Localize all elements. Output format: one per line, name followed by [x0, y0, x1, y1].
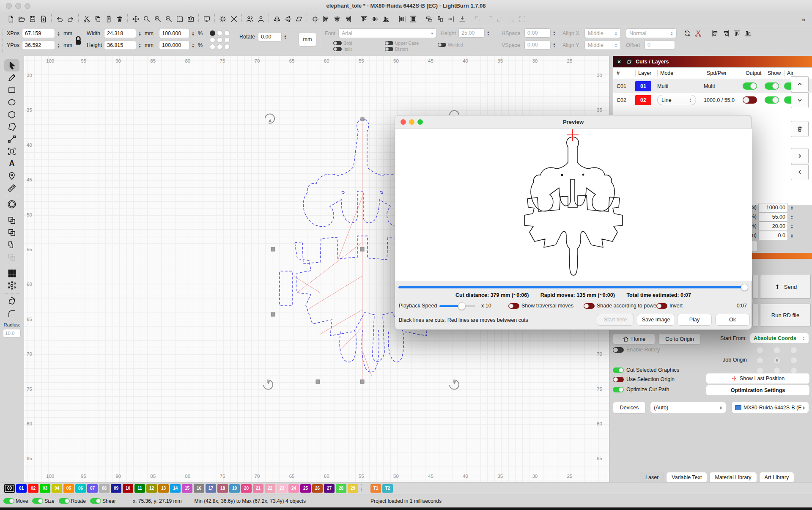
- device-tools-icon[interactable]: [228, 14, 239, 24]
- palette-swatch-19[interactable]: 19: [229, 484, 240, 493]
- rotate-stepper[interactable]: ▲▼: [282, 32, 288, 42]
- rotate-toggle[interactable]: Rotate: [59, 498, 86, 504]
- palette-swatch-07[interactable]: 07: [87, 484, 98, 493]
- align-bottom-icon[interactable]: [381, 14, 391, 24]
- send-button[interactable]: Send: [760, 275, 811, 299]
- preview-progress-bar[interactable]: [398, 286, 746, 288]
- zoom-in-icon[interactable]: [152, 14, 163, 24]
- bool-subtract-tool[interactable]: [4, 226, 19, 239]
- show-last-position-button[interactable]: Show Last Position: [706, 373, 810, 384]
- cut-setting-input[interactable]: 20.00: [758, 222, 788, 231]
- toolbar-overflow-icon[interactable]: »: [802, 16, 809, 23]
- trim-icon[interactable]: [693, 28, 703, 38]
- push-v-icon[interactable]: [457, 14, 467, 24]
- layer-color-chip[interactable]: 02: [635, 95, 651, 105]
- layer-mode-select[interactable]: Line▲▼: [657, 95, 696, 105]
- palette-swatch-01[interactable]: 01: [16, 484, 27, 493]
- copy-icon[interactable]: [92, 14, 103, 24]
- ok-button[interactable]: Ok: [715, 314, 750, 326]
- palette-swatch-11[interactable]: 11: [134, 484, 145, 493]
- new-file-icon[interactable]: [5, 14, 16, 24]
- swap-v-icon[interactable]: [435, 14, 445, 24]
- cut-setting-input[interactable]: 1000.00: [758, 203, 788, 212]
- width-stepper[interactable]: ▲▼: [137, 29, 143, 38]
- edit-frame-tool[interactable]: [4, 145, 19, 157]
- cut-setting-input[interactable]: 55.00: [758, 212, 788, 222]
- dock-tab-laser[interactable]: Laser: [640, 472, 664, 483]
- cut-selected-toggle[interactable]: Cut Selected Graphics: [613, 367, 679, 373]
- pos-top-left-icon[interactable]: [473, 14, 483, 24]
- layer-color-chip[interactable]: 01: [635, 81, 651, 91]
- preview-toggle[interactable]: Invert: [656, 303, 683, 309]
- height-stepper[interactable]: ▲▼: [137, 41, 143, 50]
- palette-swatch-T2[interactable]: T2: [382, 484, 393, 493]
- redo-icon[interactable]: [65, 14, 76, 24]
- dialog-zoom-icon[interactable]: [417, 119, 423, 125]
- palette-swatch-13[interactable]: 13: [158, 484, 169, 493]
- camera-icon[interactable]: [185, 14, 196, 24]
- palette-swatch-23[interactable]: 23: [277, 484, 287, 493]
- open-file-icon[interactable]: [16, 14, 27, 24]
- rotate-input[interactable]: 0.00: [258, 32, 282, 41]
- layer-down-button[interactable]: [791, 92, 809, 108]
- width-percent-stepper[interactable]: ▲▼: [190, 29, 196, 38]
- undo-icon[interactable]: [54, 14, 65, 24]
- zoom-icon[interactable]: [141, 14, 152, 24]
- palette-swatch-14[interactable]: 14: [170, 484, 181, 493]
- alignx-select[interactable]: Middle▲▼: [584, 28, 621, 38]
- offset-input[interactable]: 0: [645, 40, 675, 49]
- shear-icon[interactable]: [294, 14, 304, 24]
- xpos-input[interactable]: 67.159: [22, 29, 55, 38]
- cut-setting-stepper[interactable]: ▲▼: [789, 231, 795, 241]
- focus-center-icon[interactable]: [310, 14, 320, 24]
- align-top-icon[interactable]: [359, 14, 369, 24]
- lock-aspect-icon[interactable]: [74, 36, 83, 48]
- cut-setting-stepper[interactable]: ▲▼: [789, 212, 795, 222]
- cut-setting-stepper[interactable]: ▲▼: [789, 203, 795, 213]
- zoom-out-icon[interactable]: [163, 14, 174, 24]
- size-toggle[interactable]: Size: [32, 498, 54, 504]
- optimize-cut-path-toggle[interactable]: Optimize Cut Path: [613, 387, 669, 392]
- align-top-icon[interactable]: [732, 28, 742, 38]
- port-select[interactable]: (Auto)▲▼: [650, 402, 726, 413]
- palette-swatch-18[interactable]: 18: [217, 484, 228, 493]
- offset-shapes-tool[interactable]: [4, 198, 19, 210]
- palette-swatch-04[interactable]: 04: [52, 484, 62, 493]
- distort-toggle[interactable]: Distort: [385, 47, 408, 52]
- italic-toggle[interactable]: Italic: [333, 47, 353, 52]
- float-panel-icon[interactable]: [625, 58, 633, 65]
- anchor-grid[interactable]: [210, 30, 230, 49]
- text-style-select[interactable]: Normal▲▼: [626, 28, 677, 38]
- pos-bottom-left-icon[interactable]: [495, 14, 505, 24]
- preview-toggle[interactable]: Shade according to power: [584, 303, 658, 309]
- ypos-input[interactable]: 36.592: [22, 41, 55, 50]
- units-button[interactable]: mm: [299, 32, 316, 47]
- panel-next-button[interactable]: [791, 148, 809, 164]
- push-h-icon[interactable]: [446, 14, 456, 24]
- palette-swatch-15[interactable]: 15: [182, 484, 192, 493]
- align-bottom-icon[interactable]: [743, 28, 753, 38]
- swap-h-icon[interactable]: [424, 14, 434, 24]
- palette-swatch-28[interactable]: 28: [336, 484, 346, 493]
- align-left-icon[interactable]: [321, 14, 331, 24]
- playback-speed-slider[interactable]: [439, 305, 475, 307]
- bool-intersect-tool[interactable]: [4, 251, 19, 263]
- palette-swatch-10[interactable]: 10: [123, 484, 133, 493]
- welded-toggle[interactable]: Welded: [438, 42, 463, 47]
- bool-difference-tool[interactable]: [4, 239, 19, 251]
- circular-array-tool[interactable]: [4, 279, 19, 291]
- save-file-icon[interactable]: [27, 14, 38, 24]
- polygon-tool[interactable]: [4, 108, 19, 121]
- radius-input[interactable]: 10.0: [3, 329, 21, 337]
- align-center-h-icon[interactable]: [332, 14, 342, 24]
- pos-center-icon[interactable]: [517, 14, 527, 24]
- layer-output-toggle[interactable]: [743, 82, 757, 90]
- palette-swatch-21[interactable]: 21: [253, 484, 263, 493]
- palette-swatch-27[interactable]: 27: [324, 484, 335, 493]
- height-percent-stepper[interactable]: ▲▼: [190, 41, 196, 50]
- layer-output-toggle[interactable]: [743, 96, 757, 104]
- layer-delete-button[interactable]: [791, 121, 809, 137]
- font-combo[interactable]: Arial▾: [338, 28, 436, 38]
- use-selection-origin-toggle[interactable]: Use Selection Origin: [613, 376, 675, 382]
- layer-show-toggle[interactable]: [765, 96, 779, 104]
